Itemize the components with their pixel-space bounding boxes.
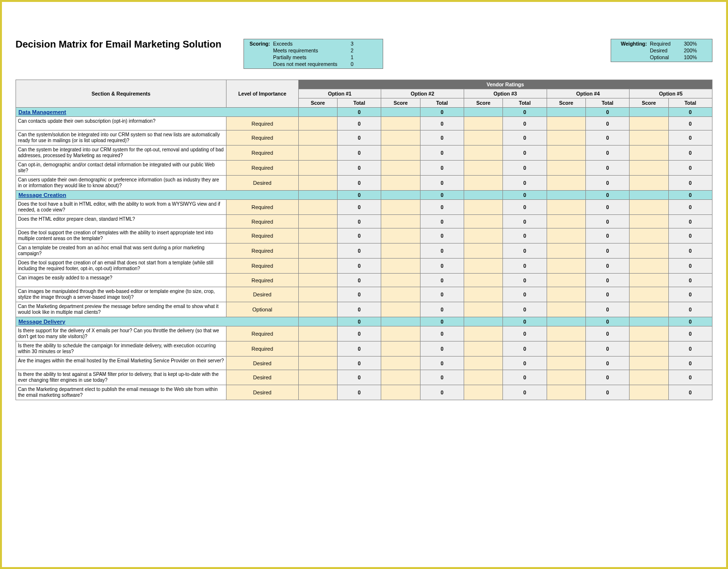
score-cell[interactable] [381, 287, 420, 302]
score-cell[interactable] [547, 117, 585, 130]
score-cell[interactable] [547, 287, 585, 302]
score-cell[interactable] [464, 161, 502, 176]
score-cell[interactable] [298, 244, 337, 259]
score-cell[interactable] [464, 130, 502, 146]
score-cell[interactable] [381, 357, 420, 370]
score-cell[interactable] [464, 287, 502, 302]
score-cell[interactable] [547, 341, 585, 357]
level-of-importance-cell[interactable]: Desired [226, 287, 298, 302]
score-cell[interactable] [630, 287, 668, 302]
score-cell[interactable] [547, 228, 585, 244]
score-cell[interactable] [464, 341, 502, 357]
score-cell[interactable] [298, 287, 337, 302]
score-cell[interactable] [298, 130, 337, 146]
score-cell[interactable] [464, 370, 502, 385]
score-cell[interactable] [630, 130, 668, 146]
score-cell[interactable] [298, 341, 337, 357]
score-cell[interactable] [630, 215, 668, 228]
score-cell[interactable] [630, 259, 668, 274]
score-cell[interactable] [298, 176, 337, 191]
score-cell[interactable] [381, 215, 420, 228]
level-of-importance-cell[interactable]: Required [226, 117, 298, 130]
score-cell[interactable] [547, 302, 585, 317]
score-cell[interactable] [547, 385, 585, 400]
level-of-importance-cell[interactable]: Required [226, 274, 298, 287]
score-cell[interactable] [630, 370, 668, 385]
score-cell[interactable] [630, 244, 668, 259]
score-cell[interactable] [547, 176, 585, 191]
score-cell[interactable] [630, 274, 668, 287]
score-cell[interactable] [298, 302, 337, 317]
score-cell[interactable] [381, 146, 420, 161]
score-cell[interactable] [298, 385, 337, 400]
score-cell[interactable] [464, 357, 502, 370]
level-of-importance-cell[interactable]: Required [226, 130, 298, 146]
score-cell[interactable] [630, 228, 668, 244]
score-cell[interactable] [547, 370, 585, 385]
score-cell[interactable] [464, 244, 502, 259]
score-cell[interactable] [464, 302, 502, 317]
score-cell[interactable] [298, 274, 337, 287]
level-of-importance-cell[interactable]: Desired [226, 176, 298, 191]
score-cell[interactable] [381, 259, 420, 274]
level-of-importance-cell[interactable]: Required [226, 259, 298, 274]
score-cell[interactable] [630, 385, 668, 400]
level-of-importance-cell[interactable]: Required [226, 200, 298, 215]
score-cell[interactable] [298, 370, 337, 385]
score-cell[interactable] [547, 130, 585, 146]
level-of-importance-cell[interactable]: Desired [226, 385, 298, 400]
score-cell[interactable] [381, 200, 420, 215]
score-cell[interactable] [381, 117, 420, 130]
score-cell[interactable] [381, 176, 420, 191]
score-cell[interactable] [630, 200, 668, 215]
score-cell[interactable] [298, 200, 337, 215]
score-cell[interactable] [381, 326, 420, 341]
score-cell[interactable] [298, 215, 337, 228]
score-cell[interactable] [630, 161, 668, 176]
score-cell[interactable] [630, 357, 668, 370]
score-cell[interactable] [381, 341, 420, 357]
score-cell[interactable] [298, 161, 337, 176]
score-cell[interactable] [381, 228, 420, 244]
score-cell[interactable] [547, 244, 585, 259]
score-cell[interactable] [547, 146, 585, 161]
score-cell[interactable] [381, 370, 420, 385]
score-cell[interactable] [381, 302, 420, 317]
score-cell[interactable] [464, 228, 502, 244]
score-cell[interactable] [298, 357, 337, 370]
score-cell[interactable] [298, 228, 337, 244]
level-of-importance-cell[interactable]: Desired [226, 370, 298, 385]
score-cell[interactable] [547, 259, 585, 274]
score-cell[interactable] [464, 176, 502, 191]
score-cell[interactable] [630, 146, 668, 161]
score-cell[interactable] [381, 130, 420, 146]
score-cell[interactable] [630, 341, 668, 357]
level-of-importance-cell[interactable]: Required [226, 326, 298, 341]
score-cell[interactable] [298, 326, 337, 341]
score-cell[interactable] [547, 200, 585, 215]
score-cell[interactable] [298, 259, 337, 274]
score-cell[interactable] [464, 259, 502, 274]
score-cell[interactable] [381, 274, 420, 287]
level-of-importance-cell[interactable]: Required [226, 146, 298, 161]
score-cell[interactable] [630, 302, 668, 317]
score-cell[interactable] [547, 161, 585, 176]
score-cell[interactable] [464, 146, 502, 161]
level-of-importance-cell[interactable]: Required [226, 244, 298, 259]
score-cell[interactable] [547, 274, 585, 287]
level-of-importance-cell[interactable]: Required [226, 161, 298, 176]
score-cell[interactable] [547, 215, 585, 228]
score-cell[interactable] [464, 274, 502, 287]
score-cell[interactable] [381, 385, 420, 400]
level-of-importance-cell[interactable]: Required [226, 228, 298, 244]
score-cell[interactable] [547, 326, 585, 341]
score-cell[interactable] [464, 326, 502, 341]
score-cell[interactable] [381, 244, 420, 259]
score-cell[interactable] [547, 357, 585, 370]
score-cell[interactable] [464, 117, 502, 130]
score-cell[interactable] [630, 176, 668, 191]
score-cell[interactable] [464, 385, 502, 400]
level-of-importance-cell[interactable]: Desired [226, 357, 298, 370]
level-of-importance-cell[interactable]: Required [226, 341, 298, 357]
score-cell[interactable] [630, 326, 668, 341]
